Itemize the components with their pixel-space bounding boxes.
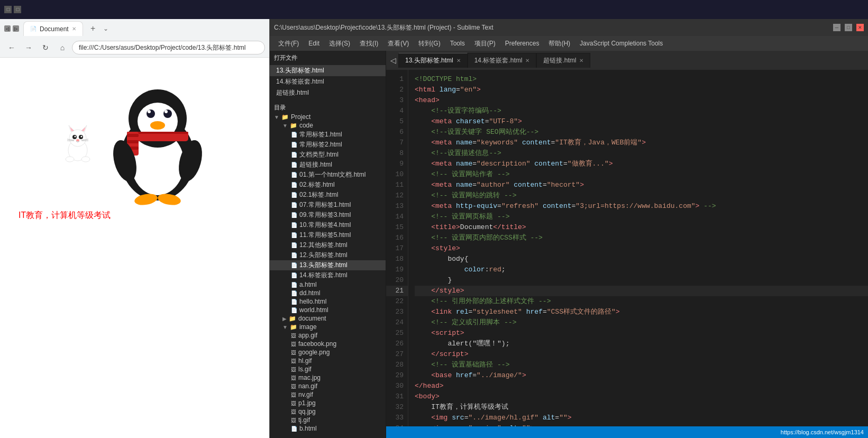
- menu-project[interactable]: 项目(P): [470, 38, 500, 50]
- menu-find[interactable]: 查找(I): [355, 38, 382, 50]
- tree-item-24[interactable]: 🖼facebook.png: [270, 340, 386, 348]
- window-controls: ─ □ ✕: [833, 24, 864, 31]
- maximize-button[interactable]: □: [845, 24, 852, 31]
- new-tab-button[interactable]: +: [87, 23, 99, 34]
- browser-back-icon[interactable]: ◁: [4, 25, 11, 32]
- tree-item-label-33: tj.gif: [298, 416, 310, 424]
- tree-item-1[interactable]: ▼📁code: [270, 121, 386, 130]
- line-number-31: 31: [386, 391, 408, 402]
- taskbar-icon-browser[interactable]: ☐: [4, 6, 12, 13]
- tree-item-label-1: code: [299, 122, 313, 129]
- tree-item-25[interactable]: 🖼google.png: [270, 348, 386, 357]
- editor-tab-label-2: 超链接.html: [543, 56, 576, 65]
- code-line-8: <!--设置描述信息-->: [415, 148, 868, 159]
- tree-item-10[interactable]: 📄09.常用标签3.html: [270, 210, 386, 220]
- tree-item-19[interactable]: 📄hello.html: [270, 297, 386, 306]
- svg-point-10: [76, 139, 79, 141]
- browser-forward-icon[interactable]: ▷: [13, 25, 19, 32]
- tree-item-4[interactable]: 📄文档类型.html: [270, 150, 386, 160]
- menu-view[interactable]: 查看(V): [383, 38, 413, 50]
- menu-preferences[interactable]: Preferences: [501, 38, 544, 49]
- menu-select[interactable]: 选择(S): [325, 38, 354, 50]
- svg-rect-32: [127, 140, 139, 143]
- sidebar-open-file-2[interactable]: 超链接.html: [270, 87, 386, 98]
- tree-item-32[interactable]: 🖼qq.jpg: [270, 407, 386, 416]
- address-bar[interactable]: [72, 41, 265, 54]
- tree-item-9[interactable]: 📄07.常用标签1.html: [270, 200, 386, 210]
- browser-refresh-button[interactable]: ↻: [38, 40, 53, 55]
- code-content[interactable]: <!DOCTYPE html><html lang="en"><head> <!…: [408, 70, 868, 426]
- tree-item-14[interactable]: 📄12.头部标签.html: [270, 250, 386, 260]
- tree-item-5[interactable]: 📄超链接.html: [270, 160, 386, 170]
- tree-item-label-5: 超链接.html: [299, 160, 332, 169]
- tree-item-27[interactable]: 🖼ls.gif: [270, 365, 386, 373]
- minimize-button[interactable]: ─: [833, 24, 840, 31]
- tree-item-23[interactable]: 🖼app.gif: [270, 331, 386, 340]
- tree-item-17[interactable]: 📄a.html: [270, 280, 386, 289]
- tree-item-18[interactable]: 📄dd.html: [270, 289, 386, 297]
- browser-back-button[interactable]: ←: [4, 40, 19, 55]
- line-number-1: 1: [386, 74, 408, 85]
- menu-help[interactable]: 帮助(H): [544, 38, 574, 50]
- browser-home-button[interactable]: ⌂: [55, 40, 70, 55]
- sidebar-open-file-0[interactable]: 13.头部标签.html: [270, 65, 386, 76]
- tab-left-nav[interactable]: ◁: [388, 56, 398, 65]
- tree-item-16[interactable]: 📄14.标签嵌套.html: [270, 270, 386, 280]
- tree-item-2[interactable]: 📄常用标签1.html: [270, 130, 386, 140]
- tree-item-22[interactable]: ▼📁image: [270, 323, 386, 331]
- editor-tab-close-0[interactable]: ✕: [456, 58, 461, 63]
- line-number-4: 4: [386, 106, 408, 116]
- editor-tab-close-2[interactable]: ✕: [579, 58, 583, 63]
- taskbar-icon-sublime[interactable]: ☐: [14, 6, 21, 13]
- tree-item-7[interactable]: 📄02.标签.html: [270, 180, 386, 190]
- tree-item-15[interactable]: 📄13.头部标签.html: [270, 260, 386, 270]
- editor-tab-close-1[interactable]: ✕: [525, 58, 529, 63]
- code-line-19: color:red;: [415, 264, 868, 275]
- menu-edit[interactable]: Edit: [304, 38, 324, 49]
- menu-file[interactable]: 文件(F): [274, 38, 303, 50]
- menu-goto[interactable]: 转到(G): [414, 38, 444, 50]
- tree-item-21[interactable]: ▶📁document: [270, 314, 386, 323]
- tree-item-8[interactable]: 📄02.1标签.html: [270, 190, 386, 200]
- editor-tab-0[interactable]: 13.头部标签.html ✕: [398, 53, 468, 68]
- tree-item-13[interactable]: 📄12.其他标签.html: [270, 240, 386, 250]
- tree-item-34[interactable]: 📄b.html: [270, 424, 386, 433]
- close-button[interactable]: ✕: [856, 24, 864, 31]
- line-number-33: 33: [386, 413, 408, 423]
- code-line-10: <!-- 设置网站作者 -->: [415, 169, 868, 180]
- svg-point-8: [74, 136, 76, 138]
- browser-tab-document[interactable]: 📄 Document ✕: [23, 21, 83, 36]
- line-number-29: 29: [386, 370, 408, 381]
- code-editor[interactable]: 1234567891011121314151617181920212223242…: [386, 70, 868, 426]
- tree-item-3[interactable]: 📄常用标签2.html: [270, 140, 386, 150]
- tree-item-26[interactable]: 🖼hl.gif: [270, 357, 386, 365]
- tree-item-11[interactable]: 📄10.常用标签4.html: [270, 220, 386, 230]
- line-numbers: 1234567891011121314151617181920212223242…: [386, 70, 408, 426]
- sublime-body: 打开文件 13.头部标签.html14.标签嵌套.html超链接.html 目录…: [270, 51, 868, 438]
- sublime-menu: 文件(F) Edit 选择(S) 查找(I) 查看(V) 转到(G) Tools…: [270, 36, 868, 51]
- tree-item-label-0: Project: [291, 113, 310, 121]
- tree-item-33[interactable]: 🖼tj.gif: [270, 416, 386, 424]
- browser-forward-button[interactable]: →: [21, 40, 36, 55]
- code-line-24: <!-- 定义或引用脚本 -->: [415, 317, 868, 328]
- line-number-22: 22: [386, 296, 408, 307]
- tree-item-12[interactable]: 📄11.常用标签5.html: [270, 230, 386, 240]
- tree-item-31[interactable]: 🖼p1.jpg: [270, 399, 386, 407]
- tab-list-button[interactable]: ⌄: [100, 23, 112, 34]
- menu-tools[interactable]: Tools: [446, 38, 469, 49]
- sidebar-open-file-1[interactable]: 14.标签嵌套.html: [270, 76, 386, 87]
- line-number-19: 19: [386, 264, 408, 275]
- menu-js-completions[interactable]: JavaScript Completions Tools: [575, 38, 667, 49]
- editor-tab-2[interactable]: 超链接.html ✕: [536, 53, 590, 68]
- code-line-14: <!-- 设置网页标题 -->: [415, 212, 868, 222]
- browser-tab-close[interactable]: ✕: [72, 26, 76, 32]
- code-line-12: <!-- 设置网站的跳转 -->: [415, 190, 868, 201]
- cat-image: [59, 121, 96, 163]
- tree-item-28[interactable]: 🖼mac.jpg: [270, 373, 386, 382]
- editor-tab-1[interactable]: 14.标签嵌套.html ✕: [468, 53, 537, 68]
- tree-item-0[interactable]: ▼📁Project: [270, 113, 386, 121]
- tree-item-29[interactable]: 🖼nan.gif: [270, 382, 386, 390]
- tree-item-20[interactable]: 📄world.html: [270, 306, 386, 314]
- tree-item-30[interactable]: 🖼nv.gif: [270, 390, 386, 399]
- tree-item-6[interactable]: 📄01.第一个html文档.html: [270, 170, 386, 180]
